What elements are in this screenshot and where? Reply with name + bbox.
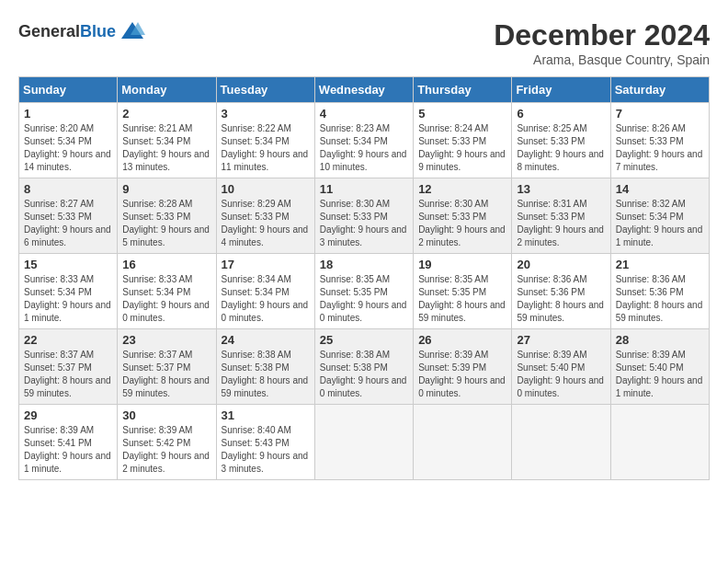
list-item: 24 Sunrise: 8:38 AMSunset: 5:38 PMDaylig… xyxy=(216,329,314,405)
header-row: Sunday Monday Tuesday Wednesday Thursday… xyxy=(19,77,710,103)
col-saturday: Saturday xyxy=(610,77,709,103)
table-row: 1 Sunrise: 8:20 AMSunset: 5:34 PMDayligh… xyxy=(19,103,710,178)
list-item: 1 Sunrise: 8:20 AMSunset: 5:34 PMDayligh… xyxy=(19,103,118,178)
table-row: 29 Sunrise: 8:39 AMSunset: 5:41 PMDaylig… xyxy=(19,405,710,480)
list-item: 20 Sunrise: 8:36 AMSunset: 5:36 PMDaylig… xyxy=(512,254,610,329)
list-item: 25 Sunrise: 8:38 AMSunset: 5:38 PMDaylig… xyxy=(314,329,413,405)
col-wednesday: Wednesday xyxy=(314,77,413,103)
col-thursday: Thursday xyxy=(414,77,512,103)
location-title: Arama, Basque Country, Spain xyxy=(494,52,710,67)
list-item: 10 Sunrise: 8:29 AMSunset: 5:33 PMDaylig… xyxy=(216,178,314,254)
month-title: December 2024 xyxy=(494,18,710,52)
list-item: 13 Sunrise: 8:31 AMSunset: 5:33 PMDaylig… xyxy=(512,178,610,254)
list-item: 11 Sunrise: 8:30 AMSunset: 5:33 PMDaylig… xyxy=(314,178,413,254)
list-item: 31 Sunrise: 8:40 AMSunset: 5:43 PMDaylig… xyxy=(216,405,314,480)
list-item: 23 Sunrise: 8:37 AMSunset: 5:37 PMDaylig… xyxy=(118,329,216,405)
list-item: 2 Sunrise: 8:21 AMSunset: 5:34 PMDayligh… xyxy=(118,103,216,178)
list-item: 16 Sunrise: 8:33 AMSunset: 5:34 PMDaylig… xyxy=(118,254,216,329)
list-item: 12 Sunrise: 8:30 AMSunset: 5:33 PMDaylig… xyxy=(414,178,512,254)
list-item: 9 Sunrise: 8:28 AMSunset: 5:33 PMDayligh… xyxy=(118,178,216,254)
list-item: 27 Sunrise: 8:39 AMSunset: 5:40 PMDaylig… xyxy=(512,329,610,405)
list-item: 28 Sunrise: 8:39 AMSunset: 5:40 PMDaylig… xyxy=(610,329,709,405)
list-item: 3 Sunrise: 8:22 AMSunset: 5:34 PMDayligh… xyxy=(216,103,314,178)
table-row: 22 Sunrise: 8:37 AMSunset: 5:37 PMDaylig… xyxy=(19,329,710,405)
col-friday: Friday xyxy=(512,77,610,103)
table-row: 15 Sunrise: 8:33 AMSunset: 5:34 PMDaylig… xyxy=(19,254,710,329)
list-item: 6 Sunrise: 8:25 AMSunset: 5:33 PMDayligh… xyxy=(512,103,610,178)
logo-text: GeneralBlue xyxy=(18,22,116,41)
list-item xyxy=(512,405,610,480)
table-row: 8 Sunrise: 8:27 AMSunset: 5:33 PMDayligh… xyxy=(19,178,710,254)
list-item: 8 Sunrise: 8:27 AMSunset: 5:33 PMDayligh… xyxy=(19,178,118,254)
logo-general: General xyxy=(18,22,80,40)
page-header: GeneralBlue December 2024 Arama, Basque … xyxy=(18,18,710,67)
logo-icon xyxy=(119,18,145,44)
title-block: December 2024 Arama, Basque Country, Spa… xyxy=(494,18,710,67)
logo: GeneralBlue xyxy=(18,18,145,44)
list-item xyxy=(610,405,709,480)
list-item: 15 Sunrise: 8:33 AMSunset: 5:34 PMDaylig… xyxy=(19,254,118,329)
list-item: 4 Sunrise: 8:23 AMSunset: 5:34 PMDayligh… xyxy=(314,103,413,178)
list-item: 19 Sunrise: 8:35 AMSunset: 5:35 PMDaylig… xyxy=(414,254,512,329)
col-monday: Monday xyxy=(118,77,216,103)
list-item: 26 Sunrise: 8:39 AMSunset: 5:39 PMDaylig… xyxy=(414,329,512,405)
list-item: 30 Sunrise: 8:39 AMSunset: 5:42 PMDaylig… xyxy=(118,405,216,480)
list-item: 7 Sunrise: 8:26 AMSunset: 5:33 PMDayligh… xyxy=(610,103,709,178)
list-item: 21 Sunrise: 8:36 AMSunset: 5:36 PMDaylig… xyxy=(610,254,709,329)
calendar-table: Sunday Monday Tuesday Wednesday Thursday… xyxy=(18,76,710,480)
col-sunday: Sunday xyxy=(19,77,118,103)
list-item: 18 Sunrise: 8:35 AMSunset: 5:35 PMDaylig… xyxy=(314,254,413,329)
list-item: 14 Sunrise: 8:32 AMSunset: 5:34 PMDaylig… xyxy=(610,178,709,254)
list-item: 5 Sunrise: 8:24 AMSunset: 5:33 PMDayligh… xyxy=(414,103,512,178)
list-item: 22 Sunrise: 8:37 AMSunset: 5:37 PMDaylig… xyxy=(19,329,118,405)
list-item: 17 Sunrise: 8:34 AMSunset: 5:34 PMDaylig… xyxy=(216,254,314,329)
list-item: 29 Sunrise: 8:39 AMSunset: 5:41 PMDaylig… xyxy=(19,405,118,480)
logo-blue: Blue xyxy=(80,22,116,40)
col-tuesday: Tuesday xyxy=(216,77,314,103)
list-item xyxy=(314,405,413,480)
list-item xyxy=(414,405,512,480)
